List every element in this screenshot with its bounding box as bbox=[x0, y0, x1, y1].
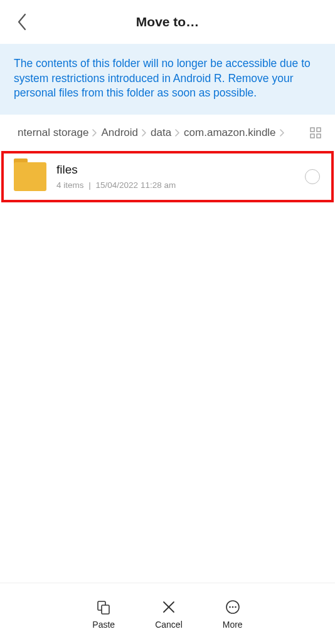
svg-rect-5 bbox=[102, 605, 109, 614]
chevron-right-icon bbox=[92, 129, 97, 137]
svg-rect-2 bbox=[311, 134, 314, 138]
chevron-right-icon bbox=[175, 129, 180, 137]
svg-point-9 bbox=[229, 606, 231, 608]
svg-point-11 bbox=[235, 606, 237, 608]
select-radio[interactable] bbox=[305, 169, 320, 184]
paste-icon bbox=[95, 598, 112, 616]
subtitle-divider: | bbox=[88, 180, 91, 190]
list-item[interactable]: files 4 items | 15/04/2022 11:28 am bbox=[4, 153, 331, 200]
breadcrumb-row: nternal storage Android data com.amazon.… bbox=[0, 115, 335, 151]
back-button[interactable] bbox=[11, 11, 33, 33]
breadcrumb-item[interactable]: data bbox=[151, 127, 171, 139]
more-icon bbox=[224, 598, 242, 616]
view-grid-toggle[interactable] bbox=[307, 125, 324, 141]
close-icon bbox=[160, 598, 178, 616]
warning-text: The contents of this folder will no long… bbox=[14, 56, 321, 101]
chevron-left-icon bbox=[16, 13, 28, 31]
paste-label: Paste bbox=[92, 620, 115, 630]
svg-rect-3 bbox=[317, 134, 321, 138]
chevron-right-icon bbox=[142, 129, 147, 137]
item-date: 15/04/2022 11:28 am bbox=[96, 180, 176, 190]
svg-rect-1 bbox=[317, 128, 321, 132]
breadcrumb[interactable]: nternal storage Android data com.amazon.… bbox=[18, 127, 302, 139]
cancel-label: Cancel bbox=[155, 620, 183, 630]
bottom-bar: Paste Cancel More bbox=[0, 583, 335, 644]
paste-button[interactable]: Paste bbox=[92, 598, 115, 630]
warning-banner: The contents of this folder will no long… bbox=[0, 44, 335, 115]
svg-rect-0 bbox=[311, 128, 314, 132]
item-name: files bbox=[56, 163, 305, 177]
more-button[interactable]: More bbox=[223, 598, 243, 630]
page-title: Move to… bbox=[136, 14, 199, 29]
svg-point-10 bbox=[231, 606, 233, 608]
list-item-main: files 4 items | 15/04/2022 11:28 am bbox=[56, 163, 305, 190]
breadcrumb-item[interactable]: nternal storage bbox=[18, 127, 88, 139]
chevron-right-icon bbox=[280, 129, 285, 137]
header: Move to… bbox=[0, 0, 335, 44]
breadcrumb-item[interactable]: com.amazon.kindle bbox=[184, 127, 275, 139]
file-list: files 4 items | 15/04/2022 11:28 am bbox=[0, 151, 335, 583]
more-label: More bbox=[223, 620, 243, 630]
item-count: 4 items bbox=[56, 180, 84, 190]
breadcrumb-item[interactable]: Android bbox=[101, 127, 138, 139]
cancel-button[interactable]: Cancel bbox=[155, 598, 183, 630]
highlighted-row: files 4 items | 15/04/2022 11:28 am bbox=[1, 151, 334, 202]
item-subtitle: 4 items | 15/04/2022 11:28 am bbox=[56, 180, 305, 190]
folder-icon bbox=[14, 162, 46, 191]
grid-icon bbox=[310, 127, 321, 138]
